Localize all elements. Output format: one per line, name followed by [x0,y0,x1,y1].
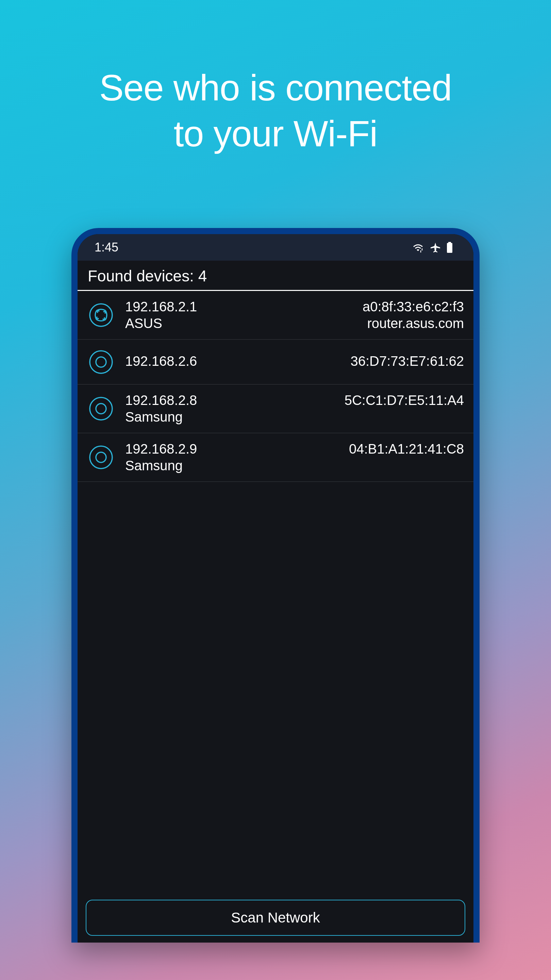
device-left: 192.168.2.8 Samsung [125,393,197,425]
svg-point-2 [90,304,112,326]
device-mac: a0:8f:33:e6:c2:f3 [362,299,464,314]
scan-button-wrap: Scan Network [78,893,473,943]
device-row[interactable]: 192.168.2.9 Samsung 04:B1:A1:21:41:C8 [78,433,473,482]
scan-network-button[interactable]: Scan Network [86,900,465,936]
phone-frame: 1:45 [71,228,480,943]
airplane-icon [430,242,441,253]
device-ip: 192.168.2.6 [125,353,197,369]
device-info: 192.168.2.1 ASUS a0:8f:33:e6:c2:f3 route… [125,299,464,331]
svg-point-3 [90,351,112,373]
device-name: Samsung [125,458,197,473]
device-right: a0:8f:33:e6:c2:f3 router.asus.com [362,299,464,331]
device-icon [87,395,115,423]
device-icon [87,348,115,376]
svg-point-5 [90,398,112,420]
svg-point-8 [96,452,106,463]
device-hostname: router.asus.com [367,316,464,331]
device-mac: 04:B1:A1:21:41:C8 [349,441,464,457]
headline-line1: See who is connected [99,65,452,111]
device-left: 192.168.2.1 ASUS [125,299,197,331]
phone-screen: 1:45 [78,234,473,943]
device-right: 5C:C1:D7:E5:11:A4 [345,393,464,408]
device-row[interactable]: 192.168.2.8 Samsung 5C:C1:D7:E5:11:A4 [78,385,473,433]
device-mac: 36:D7:73:E7:61:62 [350,353,464,369]
device-row[interactable]: 192.168.2.6 36:D7:73:E7:61:62 [78,340,473,385]
page-headline: See who is connected to your Wi-Fi [99,65,452,156]
device-info: 192.168.2.9 Samsung 04:B1:A1:21:41:C8 [125,441,464,473]
status-bar: 1:45 [78,234,473,261]
device-mac: 5C:C1:D7:E5:11:A4 [345,393,464,408]
svg-point-7 [90,446,112,469]
device-right: 36:D7:73:E7:61:62 [350,353,464,369]
device-info: 192.168.2.6 36:D7:73:E7:61:62 [125,353,464,370]
device-name: Samsung [125,409,197,425]
device-list: 192.168.2.1 ASUS a0:8f:33:e6:c2:f3 route… [78,291,473,893]
device-row[interactable]: 192.168.2.1 ASUS a0:8f:33:e6:c2:f3 route… [78,291,473,340]
device-icon [87,443,115,471]
found-devices-header: Found devices: 4 [78,261,473,291]
svg-rect-0 [448,242,451,243]
device-name: ASUS [125,316,197,331]
svg-rect-1 [447,243,453,253]
device-ip: 192.168.2.1 [125,299,197,314]
router-icon [87,301,115,329]
device-left: 192.168.2.6 [125,353,197,370]
device-left: 192.168.2.9 Samsung [125,441,197,473]
svg-point-4 [96,357,106,367]
device-info: 192.168.2.8 Samsung 5C:C1:D7:E5:11:A4 [125,393,464,425]
headline-line2: to your Wi-Fi [99,111,452,156]
device-ip: 192.168.2.8 [125,393,197,408]
device-right: 04:B1:A1:21:41:C8 [349,441,464,457]
status-time: 1:45 [95,240,118,255]
status-icons [411,242,453,253]
device-ip: 192.168.2.9 [125,441,197,457]
wifi-icon [411,242,424,253]
svg-point-6 [96,404,106,414]
battery-icon [446,242,453,253]
